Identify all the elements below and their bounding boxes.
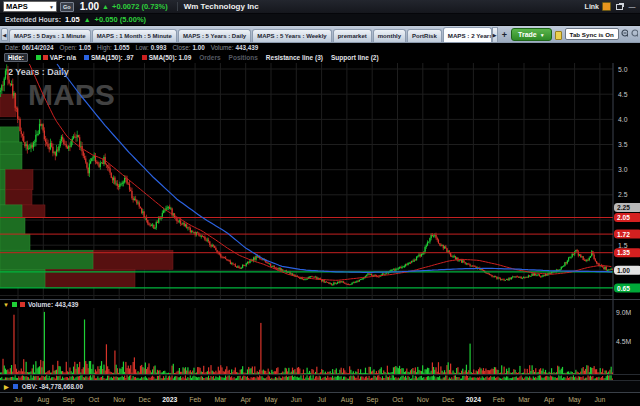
tab-scroll-left-button[interactable]: ◀ <box>1 28 8 41</box>
resistance-lines-toggle[interactable]: Resistance line (3) <box>266 54 323 61</box>
go-button[interactable]: Go <box>60 2 74 12</box>
tab-active[interactable]: MAPS : 2 Years : D <box>443 27 492 42</box>
svg-text:1.35: 1.35 <box>617 249 630 256</box>
x-axis-label: Mar <box>511 396 537 403</box>
restore-window-icon[interactable] <box>614 2 624 12</box>
svg-text:2.5: 2.5 <box>618 191 628 198</box>
x-axis-label: Jul <box>309 396 335 403</box>
trade-button[interactable]: Trade▼ <box>511 28 552 41</box>
orders-toggle[interactable]: Orders <box>199 54 220 61</box>
tab-sync-toggle[interactable]: Tab Sync is On <box>565 28 619 40</box>
x-axis-label: Apr <box>233 396 259 403</box>
x-axis-label: Aug <box>30 396 56 403</box>
volume-label: Volume: 443,439 <box>28 301 78 308</box>
obv-swatch <box>13 384 18 389</box>
symbol-value: MAPS <box>6 2 28 11</box>
volume-green-swatch <box>12 302 17 307</box>
date-field: Date:06/14/2024 <box>5 44 54 51</box>
svg-text:2.25: 2.25 <box>617 204 630 211</box>
tab-item-0[interactable]: MAPS : 5 Days : 1 Minute <box>9 29 91 42</box>
last-price: 1.00 <box>80 1 99 12</box>
tab-item-3[interactable]: MAPS : 5 Years : Weekly <box>252 29 331 42</box>
vap-red-swatch <box>43 55 48 60</box>
ohlc-data-row: Date:06/14/2024 Open:1.05 High:1.055 Low… <box>0 43 640 52</box>
x-axis-label: Jul <box>5 396 31 403</box>
tab-item-6[interactable]: PortRisk <box>407 29 442 42</box>
tab-scroll-right-button[interactable]: ▶ <box>492 27 498 42</box>
tab-item-2[interactable]: MAPS : 5 Years : Daily <box>178 29 251 42</box>
add-tab-button[interactable]: + <box>502 30 507 40</box>
up-triangle-icon: ▲ <box>84 16 91 23</box>
tab-item-5[interactable]: monthly <box>373 29 406 42</box>
sma50-legend-item[interactable]: SMA(50): 1.09 <box>142 54 192 61</box>
low-field: Low:0.993 <box>135 44 166 51</box>
tab-item-1[interactable]: MAPS : 1 Month : 5 Minute <box>92 29 177 42</box>
title-bar: MAPS ▼ Go 1.00 ▲ +0.0072 (0.73%) Wm Tech… <box>0 0 640 14</box>
vap-green-swatch <box>36 55 41 60</box>
tab-item-4[interactable]: premarket <box>333 29 372 42</box>
price-change: +0.0072 (0.73%) <box>112 2 168 11</box>
svg-text:1.00: 1.00 <box>617 267 630 274</box>
company-name: Wm Technology Inc <box>177 2 259 11</box>
x-axis-label: Dec <box>132 396 158 403</box>
x-axis: JulAugSepOctNovDec2023FebMarAprMayJunJul… <box>0 392 640 406</box>
main-chart-pane[interactable]: 2 Years : DailyMAPS5.04.54.03.53.02.51.5… <box>0 63 640 299</box>
obv-label: OBV: -84,778,668.00 <box>22 383 83 390</box>
svg-text:4.0: 4.0 <box>618 116 628 123</box>
extended-hours-price: 1.05 <box>65 15 80 24</box>
svg-text:1.5: 1.5 <box>618 242 628 249</box>
vap-legend-item[interactable]: VAP: n/a <box>36 54 76 61</box>
svg-text:3.0: 3.0 <box>618 166 628 173</box>
x-axis-label: Sep <box>359 396 385 403</box>
volume-header: ▼ Volume: 443,439 <box>3 301 78 308</box>
volume-red-swatch <box>20 302 25 307</box>
x-axis-label: Oct <box>385 396 411 403</box>
collapse-pane-icon[interactable]: ▼ <box>3 302 9 308</box>
sma150-legend-item[interactable]: SMA(150): .97 <box>84 54 134 61</box>
notes-icon[interactable] <box>555 31 562 40</box>
chevron-down-icon: ▼ <box>540 32 545 38</box>
x-axis-label: 2024 <box>460 396 486 403</box>
x-axis-label: 2023 <box>157 396 183 403</box>
x-axis-label: Oct <box>81 396 107 403</box>
chart-tab-bar: ◀ MAPS : 5 Days : 1 MinuteMAPS : 1 Month… <box>0 26 640 43</box>
x-axis-label: Nov <box>410 396 436 403</box>
svg-text:5.0: 5.0 <box>618 66 628 73</box>
collapsed-indicator-strip[interactable] <box>0 374 640 380</box>
svg-text:0.65: 0.65 <box>617 285 630 292</box>
x-axis-label: Apr <box>536 396 562 403</box>
sma150-swatch <box>84 55 89 60</box>
x-axis-label: Feb <box>486 396 512 403</box>
chevron-down-icon: ▼ <box>49 4 54 10</box>
x-axis-label: May <box>562 396 588 403</box>
close-field: Close:1.00 <box>173 44 205 51</box>
extended-hours-change: +0.050 (5.00%) <box>95 15 147 24</box>
expand-pane-icon[interactable]: ▶ <box>4 383 9 390</box>
trading-app-window: MAPS ▼ Go 1.00 ▲ +0.0072 (0.73%) Wm Tech… <box>0 0 640 406</box>
support-lines-toggle[interactable]: Support line (2) <box>331 54 379 61</box>
volume-pane[interactable]: ▼ Volume: 443,439 9.0M4.5M <box>0 299 640 374</box>
up-triangle-icon: ▲ <box>102 3 109 10</box>
link-color-checkbox[interactable] <box>602 2 611 11</box>
x-axis-label: Sep <box>56 396 82 403</box>
symbol-combobox[interactable]: MAPS ▼ <box>3 1 57 12</box>
svg-text:3.5: 3.5 <box>618 141 628 148</box>
x-axis-label: Aug <box>334 396 360 403</box>
candlestick-chart[interactable]: 2 Years : DailyMAPS5.04.54.03.53.02.51.5… <box>0 63 640 299</box>
zoom-in-icon[interactable] <box>621 29 628 39</box>
svg-text:9.0M: 9.0M <box>616 309 631 316</box>
x-axis-label: May <box>258 396 284 403</box>
positions-toggle[interactable]: Positions <box>229 54 258 61</box>
volume-chart[interactable]: 9.0M4.5M <box>0 300 640 374</box>
zoom-out-icon[interactable] <box>631 29 638 39</box>
x-axis-label: Mar <box>207 396 233 403</box>
sma50-swatch <box>142 55 147 60</box>
volume-field: Volume:443,439 <box>211 44 259 51</box>
link-label: Link <box>585 3 599 10</box>
svg-text:1.72: 1.72 <box>617 231 630 238</box>
x-axis-label: Nov <box>106 396 132 403</box>
minimize-window-icon[interactable]: — <box>627 2 637 12</box>
extended-hours-label: Extended Hours: <box>5 16 61 23</box>
x-axis-label: Jun <box>283 396 309 403</box>
hide-button[interactable]: Hide: <box>4 53 28 62</box>
